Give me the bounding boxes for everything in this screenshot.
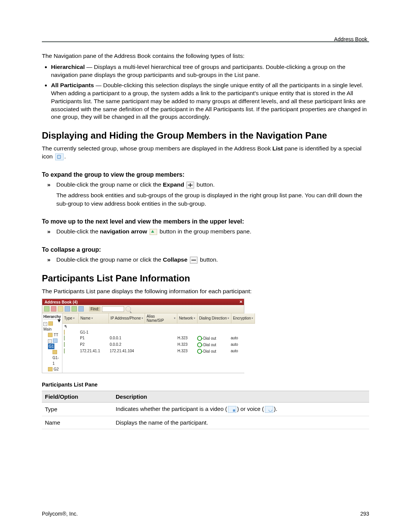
term-all-participants: All Participants xyxy=(51,82,94,88)
collapse-icon xyxy=(190,257,198,264)
col-network[interactable]: Network▾ xyxy=(177,313,198,323)
col-name[interactable]: Name▾ xyxy=(79,313,109,323)
table-row[interactable]: G1-1 xyxy=(62,329,255,335)
voice-participant-icon xyxy=(265,406,273,413)
table-row[interactable]: P10.0.0.1H.323Dial outauto xyxy=(62,335,255,342)
sub-moveup: To move up to the next level and view th… xyxy=(42,218,369,225)
col-encryption[interactable]: Encryption▾ xyxy=(231,313,255,323)
col-type[interactable]: Type▾ xyxy=(62,313,79,323)
close-icon[interactable]: ✕ xyxy=(239,300,242,304)
dial-out-icon xyxy=(197,342,202,347)
list-pane: Type▾ Name▾ IP Address/Phone▾ Alias Name… xyxy=(62,313,255,373)
dial-out-icon xyxy=(197,336,202,341)
window-titlebar: Address Book (4) ✕ xyxy=(42,299,244,305)
up-arrow-icon: ↰ xyxy=(64,324,67,329)
toolbar-icon[interactable] xyxy=(51,306,56,312)
desc-hierarchical: — Displays a multi-level hierarchical tr… xyxy=(51,64,346,78)
toolbar-icon[interactable] xyxy=(44,306,49,312)
tree-node-g1-1[interactable]: G1-1 xyxy=(43,349,61,366)
heading-display-hide: Displaying and Hiding the Group Members … xyxy=(42,130,369,141)
expand-result: The address book entities and sub-groups… xyxy=(56,191,369,208)
toolbar-icon[interactable] xyxy=(72,306,77,312)
find-input[interactable] xyxy=(102,306,124,312)
window-title: Address Book (4) xyxy=(45,300,78,304)
address-book-screenshot: Address Book (4) ✕ Find: Hierarchy ⯆ −Ma… xyxy=(42,299,244,373)
participant-icon xyxy=(64,335,65,340)
tree-node-g1[interactable]: −G1 xyxy=(43,338,61,349)
tree-node-tt[interactable]: TT xyxy=(43,332,61,338)
participant-icon xyxy=(64,342,65,347)
intro-text: The Navigation pane of the Address Book … xyxy=(42,52,369,60)
toolbar-icon[interactable] xyxy=(58,306,63,312)
desc-all-participants: — Double-clicking this selection display… xyxy=(51,82,367,120)
tree-node-g2[interactable]: G2 xyxy=(43,366,61,372)
toolbar-icon[interactable] xyxy=(78,306,84,312)
heading-plp-info: Participants List Pane Information xyxy=(42,273,369,284)
step-collapse: Double-click the group name or click the… xyxy=(56,256,369,264)
header-section: Address Book xyxy=(334,36,367,42)
plp-field-name: Name xyxy=(42,416,113,429)
expand-icon xyxy=(186,182,194,189)
plp-intro: The Participants List pane displays the … xyxy=(42,288,369,296)
list-item: Hierarchical — Displays a multi-level hi… xyxy=(51,63,369,79)
col-alias[interactable]: Alias Name/SIP▾ xyxy=(145,313,177,323)
find-label: Find: xyxy=(89,307,100,312)
plp-header-desc: Description xyxy=(113,391,369,402)
table-row[interactable]: P20.0.0.2H.323Dial outauto xyxy=(62,342,255,348)
hierarchy-header: Hierarchy ⯆ xyxy=(43,314,61,320)
video-participant-icon xyxy=(228,406,236,413)
plp-desc-name: Displays the name of the participant. xyxy=(113,416,369,429)
hierarchy-pane: Hierarchy ⯆ −Main TT −G1 G1-1 G2 xyxy=(42,313,62,373)
col-ip[interactable]: IP Address/Phone▾ xyxy=(109,313,145,323)
list-types: Hierarchical — Displays a multi-level hi… xyxy=(51,63,369,121)
term-hierarchical: Hierarchical xyxy=(51,64,85,70)
navigation-arrow-icon xyxy=(150,229,157,235)
footer-company: Polycom®, Inc. xyxy=(42,511,78,517)
toolbar: Find: xyxy=(42,305,244,313)
column-headers: Type▾ Name▾ IP Address/Phone▾ Alias Name… xyxy=(62,313,255,324)
table-row: Type Indicates whether the participant i… xyxy=(42,402,369,416)
plp-caption: Participants List Pane xyxy=(42,382,369,388)
dial-out-icon xyxy=(197,349,202,354)
toolbar-icon[interactable] xyxy=(65,306,70,312)
list-item: All Participants — Double-clicking this … xyxy=(51,81,369,121)
table-row: Name Displays the name of the participan… xyxy=(42,416,369,429)
group-icon xyxy=(64,330,65,335)
participant-icon xyxy=(64,348,65,353)
search-icon[interactable] xyxy=(126,306,131,312)
table-row[interactable]: 172.21.41.1172.21.41.104H.323Dial outaut… xyxy=(62,348,255,355)
header-rule xyxy=(42,41,369,42)
step-moveup: Double-click the navigation arrow button… xyxy=(56,227,369,236)
step-expand: Double-click the group name or click the… xyxy=(56,181,369,189)
selected-group-para: The currently selected group, whose grou… xyxy=(42,145,369,161)
plp-field-type: Type xyxy=(42,402,113,416)
page-footer: Polycom®, Inc. 293 xyxy=(42,511,369,517)
sub-collapse: To collapse a group: xyxy=(42,246,369,253)
footer-page: 293 xyxy=(360,511,369,517)
plp-table: Field/Option Description Type Indicates … xyxy=(42,391,369,429)
table-row[interactable]: ↰ xyxy=(62,324,255,329)
plp-desc-type: Indicates whether the participant is a v… xyxy=(113,402,369,416)
plp-header-field: Field/Option xyxy=(42,391,113,402)
sub-expand: To expand the group to view the group me… xyxy=(42,171,369,178)
selected-group-icon xyxy=(55,153,64,160)
col-dialing[interactable]: Dialing Direction▾ xyxy=(198,313,231,323)
